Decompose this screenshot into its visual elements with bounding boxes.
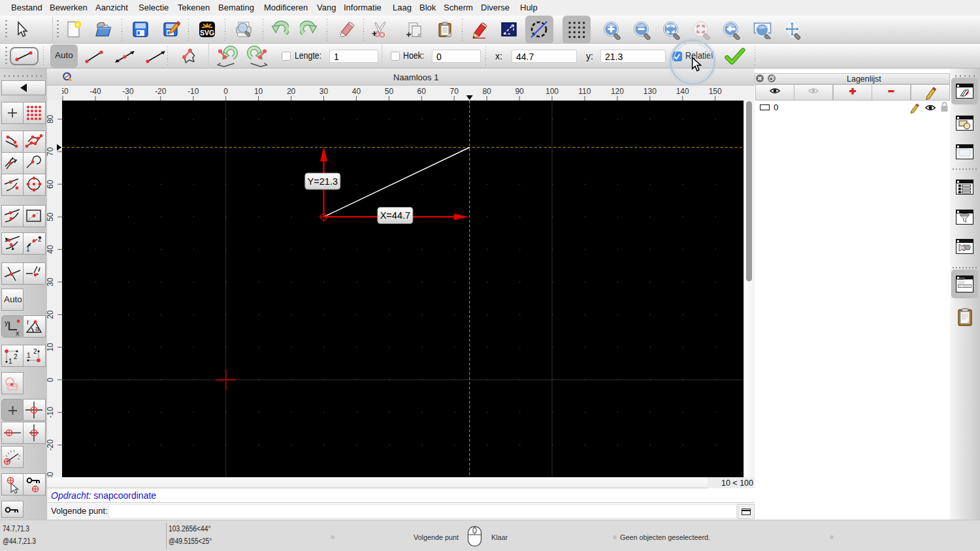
svg-text:-10: -10 xyxy=(188,87,199,96)
svg-text:10: 10 xyxy=(254,87,263,96)
svg-text:10: 10 xyxy=(47,343,55,352)
svg-text:SVG: SVG xyxy=(199,29,214,37)
svg-text:-20: -20 xyxy=(47,439,55,451)
svg-text:a: a xyxy=(35,324,40,332)
svg-text:-40: -40 xyxy=(90,87,101,96)
svg-text:60: 60 xyxy=(47,180,55,189)
svg-text:-30: -30 xyxy=(122,87,134,96)
svg-text:y: y xyxy=(5,319,8,326)
svg-text:80: 80 xyxy=(482,87,491,96)
svg-text:100: 100 xyxy=(546,87,559,96)
svg-text:60: 60 xyxy=(417,87,427,96)
svg-text:70: 70 xyxy=(450,87,459,96)
svg-text:20: 20 xyxy=(47,310,55,319)
svg-text:1: 1 xyxy=(26,245,30,253)
svg-text:70: 70 xyxy=(47,147,55,156)
svg-text:30: 30 xyxy=(319,87,329,96)
svg-text:-20: -20 xyxy=(155,87,167,96)
svg-text:r: r xyxy=(27,318,29,326)
svg-text:Y=21.3: Y=21.3 xyxy=(308,176,338,187)
svg-text:-30: -30 xyxy=(47,472,55,477)
svg-text:140: 140 xyxy=(676,87,689,96)
svg-text:50: 50 xyxy=(47,212,55,221)
svg-text:150: 150 xyxy=(709,87,722,96)
svg-text:130: 130 xyxy=(644,87,657,96)
svg-text:0: 0 xyxy=(47,377,55,382)
svg-text:20: 20 xyxy=(287,87,296,96)
svg-text:x: x xyxy=(16,329,20,336)
svg-text:1: 1 xyxy=(27,352,31,359)
svg-text:2: 2 xyxy=(38,236,42,243)
svg-text:-10: -10 xyxy=(47,407,55,418)
svg-text:40: 40 xyxy=(352,87,361,96)
svg-text:90: 90 xyxy=(515,87,524,96)
svg-text:80: 80 xyxy=(47,114,55,123)
svg-text:X=44.7: X=44.7 xyxy=(380,210,410,221)
svg-text:2: 2 xyxy=(33,348,37,355)
svg-text:1: 1 xyxy=(8,358,12,365)
svg-text:2: 2 xyxy=(14,353,18,360)
svg-text:40: 40 xyxy=(47,245,55,254)
svg-text:110: 110 xyxy=(578,87,591,96)
svg-text:120: 120 xyxy=(611,87,624,96)
svg-text:-50: -50 xyxy=(62,87,69,96)
svg-text:0: 0 xyxy=(223,87,228,96)
svg-text:30: 30 xyxy=(47,277,55,287)
svg-text:50: 50 xyxy=(385,87,394,96)
